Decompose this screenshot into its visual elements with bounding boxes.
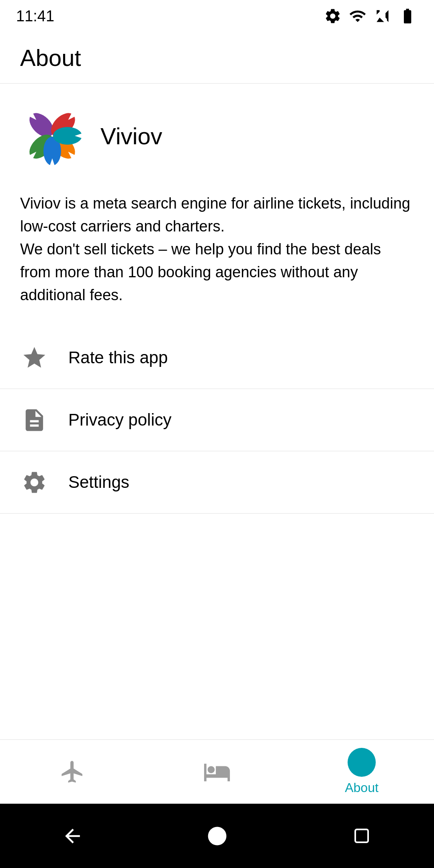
battery-icon	[399, 7, 418, 25]
menu-list: Rate this app Privacy policy Settings	[0, 327, 434, 514]
gear-icon	[20, 468, 48, 496]
recents-button[interactable]	[346, 820, 378, 852]
nav-item-flights[interactable]	[0, 758, 145, 786]
page-title-section: About	[0, 32, 434, 84]
about-nav-label: About	[345, 780, 379, 795]
wifi-icon	[349, 7, 366, 25]
app-info-section: Viviov	[0, 84, 434, 188]
status-time: 11:41	[16, 8, 54, 25]
info-icon	[348, 748, 376, 776]
home-button[interactable]	[201, 820, 233, 852]
rate-app-item[interactable]: Rate this app	[0, 327, 434, 389]
plane-icon	[58, 758, 86, 786]
privacy-policy-label: Privacy policy	[68, 410, 172, 430]
app-logo	[20, 104, 84, 168]
nav-item-about[interactable]: About	[289, 748, 434, 795]
rate-app-label: Rate this app	[68, 348, 168, 367]
settings-status-icon	[324, 7, 342, 25]
page-title: About	[20, 44, 414, 71]
status-icons	[324, 7, 418, 25]
svg-point-6	[208, 827, 226, 845]
app-name: Viviov	[100, 123, 162, 149]
svg-rect-7	[355, 829, 368, 842]
signal-icon	[374, 7, 391, 25]
settings-item[interactable]: Settings	[0, 451, 434, 514]
system-nav-bar	[0, 804, 434, 868]
star-icon	[20, 344, 48, 372]
hotel-icon	[203, 758, 231, 786]
bottom-nav: About	[0, 739, 434, 804]
app-description-text: Viviov is a meta search engine for airli…	[20, 195, 410, 303]
nav-item-hotels[interactable]	[145, 758, 289, 786]
privacy-policy-item[interactable]: Privacy policy	[0, 389, 434, 451]
document-icon	[20, 406, 48, 434]
app-description: Viviov is a meta search engine for airli…	[0, 188, 434, 327]
back-button[interactable]	[56, 820, 88, 852]
status-bar: 11:41	[0, 0, 434, 32]
settings-label: Settings	[68, 473, 129, 492]
